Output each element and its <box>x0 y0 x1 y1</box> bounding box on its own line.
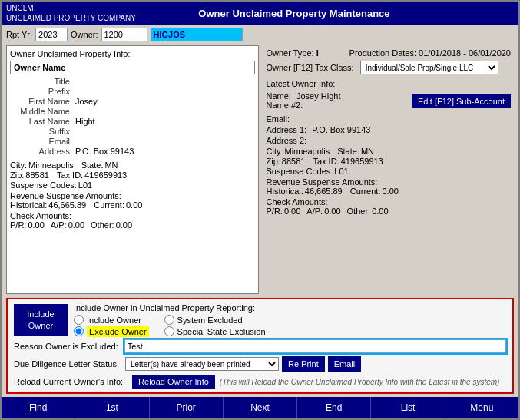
title-row: Title: <box>10 77 255 86</box>
end-button[interactable]: End <box>297 397 371 418</box>
system-excluded-radio[interactable] <box>164 315 174 325</box>
right-revenue-label: Revenue Suspense Amounts: <box>267 177 512 187</box>
ap-label: A/P: <box>51 220 67 230</box>
right-email-row: Email: <box>267 114 512 124</box>
zip-tax-row: Zip: 88581 Tax ID: 419659913 <box>10 170 255 180</box>
tax-id-value: 419659913 <box>84 170 127 180</box>
zip-value: 88581 <box>25 170 49 180</box>
include-radio-label[interactable]: Include Owner <box>87 316 141 325</box>
two-panel: Owner Unclaimed Property Info: Owner Nam… <box>6 45 514 294</box>
next-button[interactable]: Next <box>224 397 297 418</box>
tax-class-select[interactable]: Individual/Sole Prop/Single LLC <box>360 61 498 74</box>
historical-value: 46,665.89 <box>48 200 86 210</box>
main-window: UNCLM UNCLAIMED PROPERTY COMPANY Owner U… <box>0 0 520 420</box>
other-value: 0.00 <box>116 220 132 230</box>
first-name-value: Josey <box>75 97 98 106</box>
include-owner-button[interactable]: IncludeOwner <box>14 304 68 336</box>
revenue-suspense-label: Revenue Suspense Amounts: <box>10 191 255 200</box>
city-state-row: City: Minneapolis State: MN <box>10 160 255 170</box>
hist-current-row: Historical: 46,665.89 Current: 0.00 <box>10 200 255 210</box>
owner-name-input[interactable] <box>151 28 243 41</box>
first-button[interactable]: 1st <box>75 397 149 418</box>
email-button[interactable]: Email <box>328 356 362 372</box>
system-excluded-label[interactable]: System Excluded <box>177 316 243 325</box>
state-value: MN <box>104 160 118 170</box>
rpt-yr-input[interactable] <box>35 28 68 41</box>
reason-input[interactable] <box>124 339 506 353</box>
include-exclude-row: IncludeOwner Include Owner in Unclaimed … <box>14 303 506 336</box>
bottom-toolbar: Find 1st Prior Next End List Menu <box>2 397 518 418</box>
other-label: Other: <box>91 220 114 230</box>
title-bar: UNCLM UNCLAIMED PROPERTY COMPANY Owner U… <box>2 2 518 25</box>
historical-label: Historical: <box>10 200 47 210</box>
find-button[interactable]: Find <box>2 397 75 418</box>
top-bar: Rpt Yr: Owner: <box>6 28 514 41</box>
production-dates: Production Dates: 01/01/2018 - 06/01/202… <box>349 48 511 58</box>
first-name-row: First Name: Josey <box>10 97 255 106</box>
special-state-label[interactable]: Special State Exclusion <box>177 327 266 336</box>
tax-id-label: Tax ID: <box>57 170 83 180</box>
suffix-row: Suffix: <box>10 127 255 136</box>
pr-value: 0.00 <box>28 220 44 230</box>
rpt-yr-label: Rpt Yr: <box>6 30 32 39</box>
owner-label: Owner: <box>71 30 98 39</box>
check-amounts-label: Check Amounts: <box>10 211 255 220</box>
reload-row: Reload Current Owner's Info: Reload Owne… <box>14 375 506 389</box>
prior-button[interactable]: Prior <box>150 397 224 418</box>
owner-name-box: Owner Name <box>10 61 255 74</box>
reload-section-label: Reload Current Owner's Info: <box>14 377 123 386</box>
latest-owner-label: Latest Owner Info: <box>267 79 512 88</box>
ap-value: 0.00 <box>68 220 84 230</box>
owner-id-input[interactable] <box>101 28 147 41</box>
right-zip-tax-row: Zip: 88581 Tax ID: 419659913 <box>267 157 512 166</box>
reason-row: Reason Owner is Excluded: <box>14 339 506 353</box>
current-value: 0.00 <box>126 200 142 210</box>
left-panel-header: Owner Unclaimed Property Info: <box>10 49 255 58</box>
diligence-row: Due Diligence Letter Status: Letter(s) h… <box>14 356 506 372</box>
reprint-button[interactable]: Re Print <box>282 356 325 372</box>
right-city-state-row: City: Minneapolis State: MN <box>267 147 512 156</box>
include-section-label: Include Owner in Unclaimed Property Repo… <box>74 303 506 313</box>
left-address-row: Address: P.O. Box 99143 <box>10 147 255 156</box>
include-exclude-section: IncludeOwner Include Owner in Unclaimed … <box>6 298 514 394</box>
menu-button[interactable]: Menu <box>445 397 518 418</box>
exclude-radio-row[interactable]: Exclude Owner <box>74 326 149 336</box>
left-panel: Owner Unclaimed Property Info: Owner Nam… <box>6 45 259 294</box>
reason-label: Reason Owner is Excluded: <box>14 342 118 351</box>
prefix-label: Prefix: <box>10 87 75 96</box>
state-label: State: <box>81 160 104 170</box>
left-address-value: P.O. Box 99143 <box>75 147 134 156</box>
right-panel: Owner Type: I Production Dates: 01/01/20… <box>263 45 515 294</box>
exclude-radio[interactable] <box>74 326 84 336</box>
right-hist-current-row: Historical: 46,665.89 Current: 0.00 <box>267 187 512 196</box>
last-name-row: Last Name: Hight <box>10 117 255 126</box>
city-value: Minneapolis <box>28 160 74 170</box>
prefix-row: Prefix: <box>10 87 255 96</box>
check-row: P/R: 0.00 A/P: 0.00 Other: 0.00 <box>10 220 255 230</box>
left-email-row: Email: <box>10 137 255 146</box>
title-label: Title: <box>10 77 75 86</box>
suspense-codes-row: Suspense Codes: L01 <box>10 180 255 190</box>
owner-name-label: Owner Name <box>14 63 65 72</box>
left-email-label: Email: <box>10 137 75 146</box>
list-button[interactable]: List <box>371 397 445 418</box>
reload-button[interactable]: Reload Owner Info <box>132 375 215 389</box>
diligence-select[interactable]: Letter(s) have already been printed <box>125 357 279 371</box>
tax-class-row: Owner [F12] Tax Class: Individual/Sole P… <box>267 61 512 74</box>
right-check-row: P/R: 0.00 A/P: 0.00 Other: 0.00 <box>267 207 512 216</box>
special-state-row[interactable]: Special State Exclusion <box>164 326 266 336</box>
owner-type-label: Owner Type: I <box>267 48 319 58</box>
right-address1-row: Address 1: P.O. Box 99143 <box>267 125 512 134</box>
pr-label: P/R: <box>10 220 26 230</box>
right-address2-row: Address 2: <box>267 136 512 145</box>
reload-description: (This will Reload the Owner Unclaimed Pr… <box>220 378 500 386</box>
suspense-codes-label: Suspense Codes: <box>10 180 77 190</box>
special-state-radio[interactable] <box>164 326 174 336</box>
edit-subaccount-button[interactable]: Edit [F12] Sub-Account <box>412 94 511 108</box>
system-excluded-row[interactable]: System Excluded <box>164 315 266 325</box>
city-label: City: <box>10 160 27 170</box>
include-radio[interactable] <box>74 315 84 325</box>
current-label: Current: <box>94 200 124 210</box>
include-radio-row[interactable]: Include Owner <box>74 315 149 325</box>
main-content: Rpt Yr: Owner: Owner Unclaimed Property … <box>2 25 518 397</box>
